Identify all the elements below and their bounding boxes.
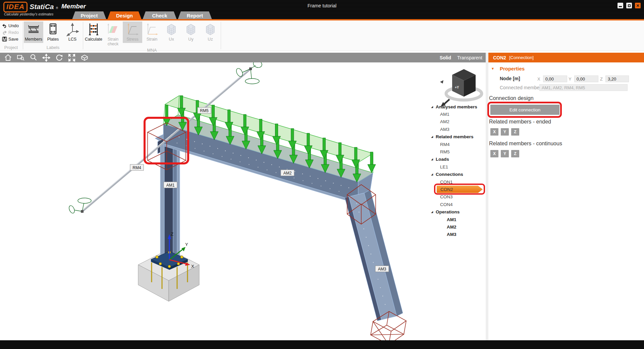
mode-transparent[interactable]: Transparent <box>457 55 482 60</box>
caret-icon: ◢ <box>431 158 436 161</box>
caret-icon: ◢ <box>431 135 436 138</box>
properties-section-header[interactable]: ▼ Properties <box>491 66 525 71</box>
ended-x-button[interactable]: X <box>490 128 498 136</box>
close-button[interactable]: ✕ <box>635 3 641 8</box>
tree-item-rm5[interactable]: RM5 <box>430 148 486 155</box>
bottom-bar <box>0 340 644 349</box>
redo-label: Redo <box>8 30 19 35</box>
calculate-button[interactable]: Calculate <box>84 21 103 43</box>
zoom-fit-icon[interactable] <box>68 54 76 62</box>
tree-group-operations[interactable]: ◢Operations <box>430 208 486 215</box>
strain-check-icon <box>106 22 120 37</box>
ribbon-separator <box>221 22 221 49</box>
save-label: Save <box>8 37 18 42</box>
tree-item-con4[interactable]: CON4 <box>430 201 486 208</box>
lcs-icon <box>66 22 79 37</box>
svg-text:AM2: AM2 <box>283 171 292 176</box>
stress-label: Stress <box>126 37 138 42</box>
maximize-icon <box>628 4 631 7</box>
ended-z-button[interactable]: Z <box>511 128 519 136</box>
z-axis-label: Z <box>600 77 603 82</box>
tree-item-am2[interactable]: AM2 <box>430 118 486 126</box>
ux-icon <box>165 22 178 37</box>
plates-label: Plates <box>47 37 59 42</box>
panel-header: CON2 [Connection] <box>488 53 644 62</box>
group-label-mna: MNA <box>84 48 220 53</box>
tab-check[interactable]: Check <box>143 11 177 19</box>
strain-check-label: Strain check <box>103 37 123 47</box>
home-icon[interactable] <box>4 54 12 62</box>
title-bar: IDEA StatiCa ® Member Calculate yesterda… <box>0 0 644 19</box>
zoom-icon[interactable] <box>30 54 38 62</box>
maximize-button[interactable] <box>626 3 632 8</box>
ribbon-separator <box>23 22 23 49</box>
save-button[interactable]: Save <box>2 36 18 42</box>
scene-label-am2: AM2 <box>281 170 294 176</box>
lcs-button[interactable]: LCS <box>63 21 82 43</box>
tree-item-con3[interactable]: CON3 <box>430 193 486 201</box>
edit-connection-button[interactable]: Edit connection <box>490 105 559 115</box>
node-y-input[interactable] <box>574 76 598 82</box>
strain-label: Strain <box>147 37 158 42</box>
continuous-x-button[interactable]: X <box>490 150 498 157</box>
redo-button: Redo <box>2 30 19 35</box>
uz-icon <box>204 22 217 37</box>
properties-title: Properties <box>500 66 525 71</box>
uy-button: Uy <box>181 21 201 43</box>
continuous-z-button[interactable]: Z <box>511 150 519 157</box>
members-button[interactable]: Members <box>24 21 43 43</box>
plates-icon <box>46 22 60 37</box>
viewport-3d[interactable]: Z Y X <box>0 62 486 340</box>
tab-report[interactable]: Report <box>178 11 212 19</box>
tree-item-rm4[interactable]: RM4 <box>430 141 486 148</box>
connected-members-label: Connected members <box>500 85 543 90</box>
continuous-y-button[interactable]: Y <box>501 150 509 157</box>
tree-item-le1[interactable]: LE1 <box>430 163 486 170</box>
tab-design[interactable]: Design <box>107 11 142 19</box>
undo-icon <box>2 23 7 28</box>
ux-button: Ux <box>162 21 181 43</box>
tree-item-operations-am3[interactable]: AM3 <box>430 231 486 238</box>
node-z-input[interactable] <box>605 76 629 82</box>
ribbon-tabs: Project Design Check Report <box>72 11 212 19</box>
scene-label-am3: AM3 <box>375 266 389 272</box>
ended-y-button[interactable]: Y <box>501 128 509 136</box>
tree-item-con1[interactable]: CON1 <box>430 178 486 186</box>
scene-label-rm4: RM4 <box>130 164 144 170</box>
connection-design-label: Connection design <box>489 95 534 101</box>
viewport-toolbar: Solid Transparent <box>0 53 486 62</box>
tree-group-analysed-members[interactable]: ◢Analysed members <box>430 103 486 110</box>
ribbon-group-project: Undo Redo Save Project <box>0 20 22 51</box>
nav-cube[interactable]: +Y <box>440 69 486 107</box>
zoom-window-icon[interactable] <box>17 54 25 62</box>
tree-item-am1[interactable]: AM1 <box>430 110 486 118</box>
pan-icon[interactable] <box>42 54 50 62</box>
tree-group-connections[interactable]: ◢Connections <box>430 171 486 178</box>
node-x-input[interactable] <box>543 76 567 82</box>
continuous-axis-buttons: X Y Z <box>490 150 519 157</box>
tree-group-loads[interactable]: ◢Loads <box>430 156 486 163</box>
tree-item-am3[interactable]: AM3 <box>430 126 486 133</box>
undo-label: Undo <box>8 23 19 28</box>
solid-view-icon[interactable] <box>80 54 89 62</box>
uy-label: Uy <box>188 37 193 42</box>
rotate-icon[interactable] <box>55 54 63 62</box>
tree-item-con2-selected[interactable]: CON2 <box>430 186 486 193</box>
axis-y-label: Y <box>185 242 188 247</box>
minimize-button[interactable] <box>618 3 623 8</box>
scene-3d: Z Y X <box>0 62 486 340</box>
undo-button[interactable]: Undo <box>2 23 19 29</box>
properties-panel: ▼ Properties Node [m] X Y Z Connected me… <box>488 62 644 340</box>
stress-button: Stress <box>123 21 142 43</box>
caret-icon: ◢ <box>431 105 436 108</box>
mode-solid[interactable]: Solid <box>440 55 451 60</box>
node-row: Node [m] <box>500 76 520 81</box>
tab-project[interactable]: Project <box>72 11 106 19</box>
member-am1[interactable] <box>155 132 180 256</box>
plates-button[interactable]: Plates <box>43 21 63 43</box>
tree-item-operations-am2[interactable]: AM2 <box>430 223 486 231</box>
tree-group-related-members[interactable]: ◢Related members <box>430 133 486 141</box>
tree-item-operations-am1[interactable]: AM1 <box>430 216 486 223</box>
support-top <box>235 62 263 84</box>
nav-cube-front-label: +Y <box>455 86 459 89</box>
